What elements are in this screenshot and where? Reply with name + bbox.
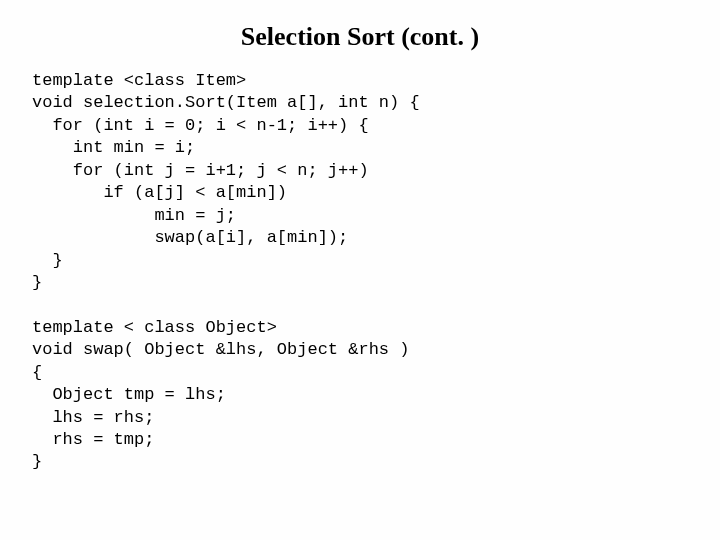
slide-container: Selection Sort (cont. ) template <class … <box>0 0 720 474</box>
code-block: template <class Item> void selection.Sor… <box>32 70 688 474</box>
slide-title: Selection Sort (cont. ) <box>32 22 688 52</box>
